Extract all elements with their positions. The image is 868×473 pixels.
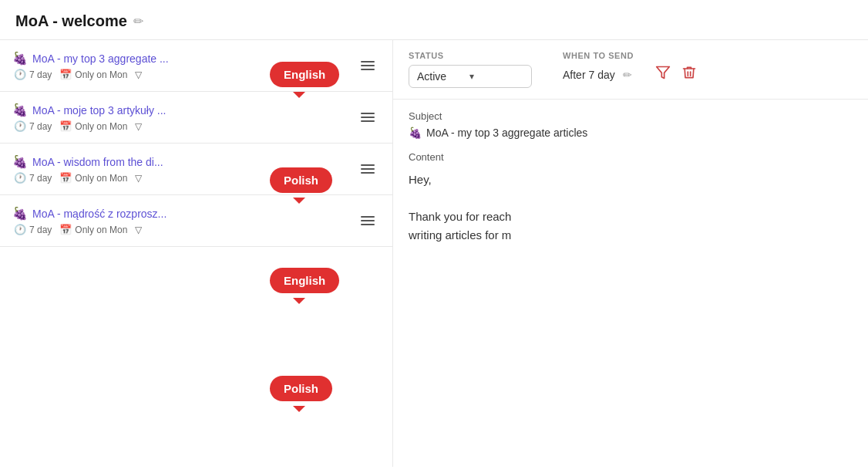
left-panel: English Polish English Polish 🍇 MoA - my… xyxy=(0,40,393,467)
email-info-1: 🍇 MoA - my top 3 aggregate ... 🕐 7 day 📅… xyxy=(12,51,355,80)
language-tooltip-polish-2: Polish xyxy=(270,376,332,401)
when-section: WHEN TO SEND After 7 day ✏ xyxy=(563,51,697,84)
email-day-4: 🕐 7 day xyxy=(14,224,52,235)
grape-icon-2: 🍇 xyxy=(12,103,28,117)
email-schedule-4: 📅 Only on Mon xyxy=(59,224,127,235)
content-section: Content Hey, Thank you for reach writing… xyxy=(409,151,853,245)
hamburger-icon-4 xyxy=(361,216,375,225)
content-label: Content xyxy=(409,151,853,163)
email-day-1: 🕐 7 day xyxy=(14,69,52,80)
email-info-3: 🍇 MoA - wisdom from the di... 🕐 7 day 📅 … xyxy=(12,154,355,184)
subject-grape-icon: 🍇 xyxy=(409,127,422,139)
status-section: STATUS Active ▾ xyxy=(409,51,532,88)
subject-section: Subject 🍇 MoA - my top 3 aggregate artic… xyxy=(409,110,853,139)
clock-icon-1: 🕐 xyxy=(14,69,26,80)
email-row-2: 🍇 MoA - moje top 3 artykuły ... 🕐 7 day … xyxy=(0,92,392,144)
email-row-4: 🍇 MoA - mądrość z rozprosz... 🕐 7 day 📅 … xyxy=(0,195,392,247)
email-schedule-1: 📅 Only on Mon xyxy=(59,69,127,80)
filter-small-icon-4[interactable]: ▽ xyxy=(135,225,142,235)
email-meta-2: 🕐 7 day 📅 Only on Mon ▽ xyxy=(12,120,355,132)
filter-small-icon-3[interactable]: ▽ xyxy=(135,173,142,184)
email-row-1: 🍇 MoA - my top 3 aggregate ... 🕐 7 day 📅… xyxy=(0,40,392,92)
email-title-4[interactable]: MoA - mądrość z rozprosz... xyxy=(32,208,167,220)
menu-button-2[interactable] xyxy=(355,103,380,132)
right-panel-header: STATUS Active ▾ WHEN TO SEND After 7 day… xyxy=(393,40,868,100)
status-select[interactable]: Active ▾ xyxy=(409,65,532,88)
menu-button-1[interactable] xyxy=(355,51,380,80)
action-icons xyxy=(655,65,697,84)
subject-value-row: 🍇 MoA - my top 3 aggregate articles xyxy=(409,127,853,139)
page-title: MoA - welcome xyxy=(15,12,127,30)
email-title-1[interactable]: MoA - my top 3 aggregate ... xyxy=(32,52,169,65)
calendar-icon-3: 📅 xyxy=(59,172,72,184)
email-meta-1: 🕐 7 day 📅 Only on Mon ▽ xyxy=(12,69,355,80)
email-day-2: 🕐 7 day xyxy=(14,120,52,132)
email-info-4: 🍇 MoA - mądrość z rozprosz... 🕐 7 day 📅 … xyxy=(12,206,355,235)
calendar-icon-1: 📅 xyxy=(59,69,72,80)
subject-value-text: MoA - my top 3 aggregate articles xyxy=(426,127,587,139)
email-row-3: 🍇 MoA - wisdom from the di... 🕐 7 day 📅 … xyxy=(0,144,392,195)
content-line-1: Hey, xyxy=(409,171,853,189)
calendar-icon-2: 📅 xyxy=(59,120,72,132)
chevron-down-icon: ▾ xyxy=(469,71,474,82)
language-tooltip-english-2: English xyxy=(270,268,339,293)
status-value: Active xyxy=(417,70,446,83)
email-schedule-2: 📅 Only on Mon xyxy=(59,120,127,132)
page-header: MoA - welcome ✏ xyxy=(0,0,868,40)
menu-button-4[interactable] xyxy=(355,206,380,235)
right-panel: STATUS Active ▾ WHEN TO SEND After 7 day… xyxy=(393,40,868,467)
email-schedule-3: 📅 Only on Mon xyxy=(59,172,127,184)
clock-icon-4: 🕐 xyxy=(14,224,26,235)
grape-icon-1: 🍇 xyxy=(12,51,28,66)
grape-icon-3: 🍇 xyxy=(12,154,28,169)
when-value: After 7 day xyxy=(563,69,615,81)
status-label: STATUS xyxy=(409,51,532,60)
when-row: After 7 day ✏ xyxy=(563,65,697,84)
filter-icon[interactable] xyxy=(655,65,671,84)
subject-label: Subject xyxy=(409,110,853,122)
email-title-2[interactable]: MoA - moje top 3 artykuły ... xyxy=(32,104,167,117)
main-layout: English Polish English Polish 🍇 MoA - my… xyxy=(0,40,868,467)
clock-icon-2: 🕐 xyxy=(14,120,26,132)
email-day-3: 🕐 7 day xyxy=(14,172,52,184)
edit-title-icon[interactable]: ✏ xyxy=(133,14,143,29)
email-meta-3: 🕐 7 day 📅 Only on Mon ▽ xyxy=(12,172,355,184)
email-title-3[interactable]: MoA - wisdom from the di... xyxy=(32,156,163,168)
grape-icon-4: 🍇 xyxy=(12,206,28,221)
calendar-icon-4: 📅 xyxy=(59,224,72,235)
hamburger-icon-3 xyxy=(361,164,375,174)
clock-icon-3: 🕐 xyxy=(14,172,26,184)
filter-small-icon-2[interactable]: ▽ xyxy=(135,121,142,132)
content-line-2: Thank you for reach xyxy=(409,208,853,226)
email-meta-4: 🕐 7 day 📅 Only on Mon ▽ xyxy=(12,224,355,235)
edit-when-icon[interactable]: ✏ xyxy=(623,69,632,81)
hamburger-icon-1 xyxy=(361,61,375,70)
right-panel-content: Subject 🍇 MoA - my top 3 aggregate artic… xyxy=(393,100,868,255)
svg-marker-0 xyxy=(656,67,669,79)
content-line-3: writing articles for m xyxy=(409,226,853,245)
menu-button-3[interactable] xyxy=(355,154,380,184)
hamburger-icon-2 xyxy=(361,113,375,122)
trash-icon[interactable] xyxy=(681,65,697,84)
content-body: Hey, Thank you for reach writing article… xyxy=(409,171,853,245)
filter-small-icon-1[interactable]: ▽ xyxy=(135,69,142,80)
email-info-2: 🍇 MoA - moje top 3 artykuły ... 🕐 7 day … xyxy=(12,103,355,132)
when-label: WHEN TO SEND xyxy=(563,51,697,60)
